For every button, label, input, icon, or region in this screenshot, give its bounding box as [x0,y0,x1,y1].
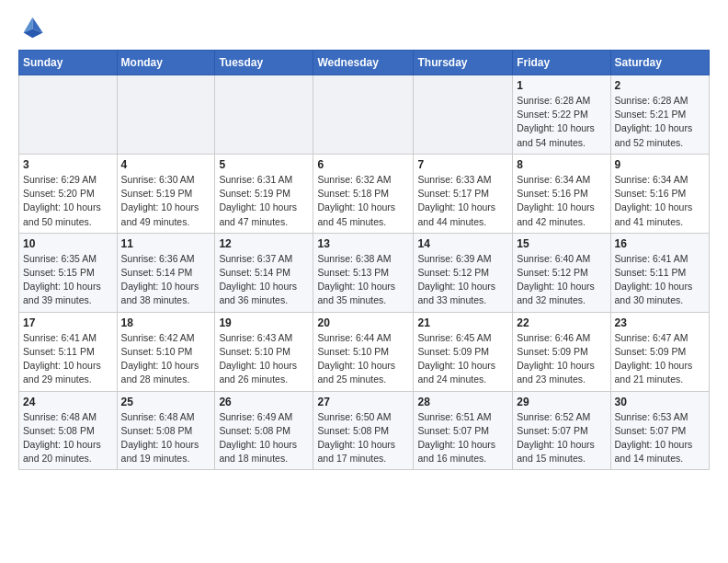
calendar-cell: 7Sunrise: 6:33 AMSunset: 5:17 PMDaylight… [414,154,513,233]
header-day-sunday: Sunday [19,51,118,75]
header-day-thursday: Thursday [414,51,513,75]
day-number: 6 [317,158,409,171]
day-info: Sunrise: 6:35 AMSunset: 5:15 PMDaylight:… [23,252,113,308]
header-day-friday: Friday [513,51,610,75]
calendar-week-1: 1Sunrise: 6:28 AMSunset: 5:22 PMDaylight… [19,75,710,155]
day-info: Sunrise: 6:34 AMSunset: 5:16 PMDaylight:… [517,173,606,229]
day-number: 30 [615,396,705,408]
day-number: 23 [615,316,705,329]
calendar-week-2: 3Sunrise: 6:29 AMSunset: 5:20 PMDaylight… [19,154,710,233]
day-info: Sunrise: 6:36 AMSunset: 5:14 PMDaylight:… [121,252,211,308]
calendar-cell [117,75,215,155]
day-info: Sunrise: 6:29 AMSunset: 5:20 PMDaylight:… [23,173,113,229]
calendar-cell [313,75,414,155]
day-number: 25 [121,396,211,408]
calendar-cell [215,75,313,155]
day-info: Sunrise: 6:32 AMSunset: 5:18 PMDaylight:… [317,173,409,229]
day-info: Sunrise: 6:34 AMSunset: 5:16 PMDaylight:… [615,173,705,229]
day-number: 11 [121,237,211,250]
day-info: Sunrise: 6:46 AMSunset: 5:09 PMDaylight:… [517,331,606,387]
calendar-cell: 29Sunrise: 6:52 AMSunset: 5:07 PMDayligh… [513,391,610,470]
day-info: Sunrise: 6:44 AMSunset: 5:10 PMDaylight:… [317,331,409,387]
day-info: Sunrise: 6:47 AMSunset: 5:09 PMDaylight:… [615,331,705,387]
calendar-cell: 10Sunrise: 6:35 AMSunset: 5:15 PMDayligh… [19,233,118,312]
day-number: 9 [615,158,705,171]
calendar-cell: 4Sunrise: 6:30 AMSunset: 5:19 PMDaylight… [117,154,215,233]
day-number: 20 [317,316,409,329]
logo-icon [18,15,44,40]
page: SundayMondayTuesdayWednesdayThursdayFrid… [0,0,728,479]
header-day-wednesday: Wednesday [313,51,414,75]
day-number: 4 [121,158,211,171]
day-info: Sunrise: 6:40 AMSunset: 5:12 PMDaylight:… [517,252,606,308]
day-info: Sunrise: 6:51 AMSunset: 5:07 PMDaylight:… [417,410,508,466]
calendar-cell [414,75,513,155]
day-info: Sunrise: 6:31 AMSunset: 5:19 PMDaylight:… [219,173,309,229]
day-number: 24 [23,396,113,408]
calendar-cell: 5Sunrise: 6:31 AMSunset: 5:19 PMDaylight… [215,154,313,233]
day-info: Sunrise: 6:45 AMSunset: 5:09 PMDaylight:… [417,331,508,387]
calendar-cell: 18Sunrise: 6:42 AMSunset: 5:10 PMDayligh… [117,312,215,391]
day-number: 14 [417,237,508,250]
day-number: 1 [517,79,606,92]
day-info: Sunrise: 6:52 AMSunset: 5:07 PMDaylight:… [517,410,606,466]
calendar-cell: 13Sunrise: 6:38 AMSunset: 5:13 PMDayligh… [313,233,414,312]
day-info: Sunrise: 6:41 AMSunset: 5:11 PMDaylight:… [615,252,705,308]
day-number: 21 [417,316,508,329]
calendar-cell: 26Sunrise: 6:49 AMSunset: 5:08 PMDayligh… [215,391,313,470]
day-info: Sunrise: 6:38 AMSunset: 5:13 PMDaylight:… [317,252,409,308]
day-info: Sunrise: 6:48 AMSunset: 5:08 PMDaylight:… [23,410,113,466]
day-number: 18 [121,316,211,329]
calendar-week-5: 24Sunrise: 6:48 AMSunset: 5:08 PMDayligh… [19,391,710,470]
calendar-cell: 6Sunrise: 6:32 AMSunset: 5:18 PMDaylight… [313,154,414,233]
calendar-cell: 9Sunrise: 6:34 AMSunset: 5:16 PMDaylight… [610,154,709,233]
calendar-cell: 17Sunrise: 6:41 AMSunset: 5:11 PMDayligh… [19,312,118,391]
day-number: 12 [219,237,309,250]
day-number: 7 [417,158,508,171]
calendar-cell: 28Sunrise: 6:51 AMSunset: 5:07 PMDayligh… [414,391,513,470]
header-day-saturday: Saturday [610,51,709,75]
calendar-cell: 3Sunrise: 6:29 AMSunset: 5:20 PMDaylight… [19,154,118,233]
day-number: 17 [23,316,113,329]
day-number: 8 [517,158,606,171]
calendar-cell: 20Sunrise: 6:44 AMSunset: 5:10 PMDayligh… [313,312,414,391]
calendar-body: 1Sunrise: 6:28 AMSunset: 5:22 PMDaylight… [19,75,710,470]
calendar-week-4: 17Sunrise: 6:41 AMSunset: 5:11 PMDayligh… [19,312,710,391]
calendar-table: SundayMondayTuesdayWednesdayThursdayFrid… [18,50,710,470]
header-day-tuesday: Tuesday [215,51,313,75]
calendar-cell: 23Sunrise: 6:47 AMSunset: 5:09 PMDayligh… [610,312,709,391]
header [18,15,710,40]
day-number: 27 [317,396,409,408]
calendar-cell: 30Sunrise: 6:53 AMSunset: 5:07 PMDayligh… [610,391,709,470]
day-info: Sunrise: 6:48 AMSunset: 5:08 PMDaylight:… [121,410,211,466]
day-info: Sunrise: 6:41 AMSunset: 5:11 PMDaylight:… [23,331,113,387]
calendar-cell: 19Sunrise: 6:43 AMSunset: 5:10 PMDayligh… [215,312,313,391]
calendar-cell: 15Sunrise: 6:40 AMSunset: 5:12 PMDayligh… [513,233,610,312]
day-info: Sunrise: 6:28 AMSunset: 5:22 PMDaylight:… [517,94,606,150]
calendar-cell: 14Sunrise: 6:39 AMSunset: 5:12 PMDayligh… [414,233,513,312]
day-info: Sunrise: 6:28 AMSunset: 5:21 PMDaylight:… [615,94,705,150]
day-info: Sunrise: 6:49 AMSunset: 5:08 PMDaylight:… [219,410,309,466]
day-info: Sunrise: 6:53 AMSunset: 5:07 PMDaylight:… [615,410,705,466]
calendar-cell: 11Sunrise: 6:36 AMSunset: 5:14 PMDayligh… [117,233,215,312]
header-day-monday: Monday [117,51,215,75]
calendar-cell: 2Sunrise: 6:28 AMSunset: 5:21 PMDaylight… [610,75,709,155]
logo-area [18,15,46,40]
calendar-cell: 8Sunrise: 6:34 AMSunset: 5:16 PMDaylight… [513,154,610,233]
day-number: 2 [615,79,705,92]
day-number: 26 [219,396,309,408]
header-row: SundayMondayTuesdayWednesdayThursdayFrid… [19,51,710,75]
day-info: Sunrise: 6:30 AMSunset: 5:19 PMDaylight:… [121,173,211,229]
day-number: 3 [23,158,113,171]
day-info: Sunrise: 6:39 AMSunset: 5:12 PMDaylight:… [417,252,508,308]
calendar-cell: 21Sunrise: 6:45 AMSunset: 5:09 PMDayligh… [414,312,513,391]
calendar-cell: 27Sunrise: 6:50 AMSunset: 5:08 PMDayligh… [313,391,414,470]
calendar-cell: 22Sunrise: 6:46 AMSunset: 5:09 PMDayligh… [513,312,610,391]
calendar-cell: 16Sunrise: 6:41 AMSunset: 5:11 PMDayligh… [610,233,709,312]
day-info: Sunrise: 6:37 AMSunset: 5:14 PMDaylight:… [219,252,309,308]
calendar-cell: 24Sunrise: 6:48 AMSunset: 5:08 PMDayligh… [19,391,118,470]
day-info: Sunrise: 6:42 AMSunset: 5:10 PMDaylight:… [121,331,211,387]
day-number: 16 [615,237,705,250]
day-info: Sunrise: 6:43 AMSunset: 5:10 PMDaylight:… [219,331,309,387]
day-number: 19 [219,316,309,329]
